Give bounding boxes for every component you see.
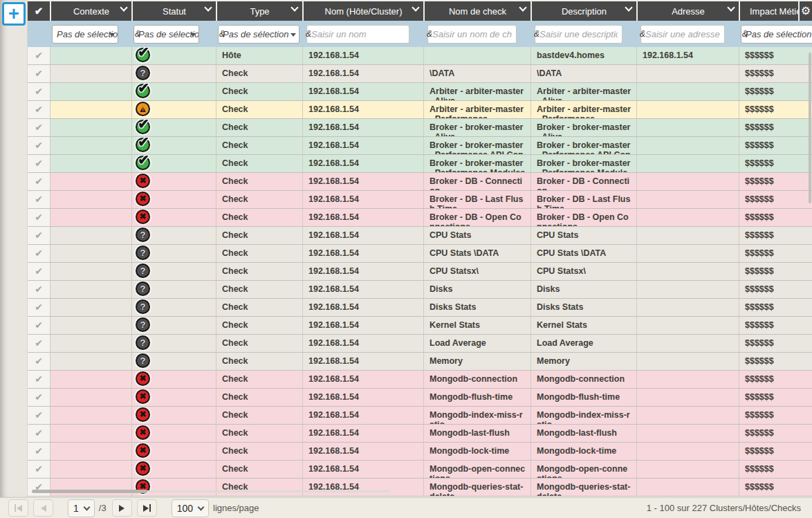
row-check-icon[interactable]: ✔: [35, 248, 43, 259]
next-page-button[interactable]: [112, 499, 132, 517]
row-select-cell: ✔: [28, 101, 50, 118]
settings-button[interactable]: ⚙: [798, 1, 812, 21]
table-row[interactable]: ✔ Check 192.168.1.54 Mongodb-lock-time M…: [28, 443, 812, 461]
table-row[interactable]: ✔ Check 192.168.1.54 Arbiter - arbiter-m…: [28, 83, 812, 101]
table-row[interactable]: ✔ Check 192.168.1.54 Broker - DB - Conne…: [28, 173, 812, 191]
adresse-cell: [636, 353, 739, 370]
nom-de-check-cell: Broker - broker-master - Performance API…: [423, 137, 530, 154]
row-check-icon[interactable]: ✔: [35, 320, 43, 331]
page-select[interactable]: 1: [68, 499, 95, 517]
row-check-icon[interactable]: ✔: [35, 266, 43, 277]
table-row[interactable]: ✔ Check 192.168.1.54 Mongodb-last-flush …: [28, 425, 812, 443]
statut-cell: [131, 425, 216, 442]
row-check-icon[interactable]: ✔: [35, 355, 43, 367]
table-row[interactable]: ✔ Check 192.168.1.54 Mongodb-queries-sta…: [28, 479, 812, 497]
impact-cell: $$$$$$: [739, 209, 812, 226]
row-check-icon[interactable]: ✔: [35, 68, 43, 79]
nom-cell: 192.168.1.54: [302, 389, 423, 406]
row-check-icon[interactable]: ✔: [35, 463, 43, 474]
column-header-nom[interactable]: Nom (Hôte/Cluster): [302, 1, 423, 21]
select-all-header[interactable]: ✔: [28, 1, 50, 21]
statut-filter-select[interactable]: Pas de sélection: [133, 25, 199, 44]
first-page-button[interactable]: [8, 499, 28, 517]
status-icon: [136, 335, 150, 350]
table-row[interactable]: ✔ Check 192.168.1.54 Disks Stats Disks S…: [28, 299, 812, 317]
column-header-nom-de-check[interactable]: Nom de check: [423, 1, 530, 21]
row-check-icon[interactable]: ✔: [35, 176, 43, 187]
and-separator: &: [427, 29, 432, 39]
table-row[interactable]: ✔ Check 192.168.1.54 Broker - DB - Last …: [28, 191, 812, 209]
last-page-button[interactable]: [137, 499, 157, 517]
adresse-filter-input[interactable]: [640, 25, 725, 44]
table-row[interactable]: ✔ Check 192.168.1.54 Mongodb-connection …: [28, 371, 812, 389]
nom-de-check-filter-input[interactable]: [427, 25, 517, 44]
row-select-cell: ✔: [28, 335, 50, 352]
add-button[interactable]: +: [2, 2, 26, 26]
table-row[interactable]: ✔ Check 192.168.1.54 Arbiter - arbiter-m…: [28, 101, 812, 119]
description-cell: Load Average: [530, 335, 636, 352]
nom-filter-input[interactable]: [306, 25, 409, 44]
table-row[interactable]: ✔ Check 192.168.1.54 Mongodb-open-connec…: [28, 461, 812, 479]
nom-cell: 192.168.1.54: [302, 137, 423, 154]
row-check-icon[interactable]: ✔: [35, 337, 43, 349]
row-check-icon[interactable]: ✔: [35, 409, 43, 420]
previous-page-button[interactable]: [33, 499, 53, 517]
row-check-icon[interactable]: ✔: [35, 284, 43, 295]
table-row[interactable]: ✔ Check 192.168.1.54 Memory Memory $$$$$…: [28, 353, 812, 371]
table-row[interactable]: ✔ Check 192.168.1.54 CPU Statsx\ CPU Sta…: [28, 263, 812, 281]
table-row[interactable]: ✔ Check 192.168.1.54 Mongodb-index-miss-…: [28, 407, 812, 425]
nom-de-check-cell: Load Average: [423, 335, 530, 352]
column-header-contexte[interactable]: Contexte: [50, 1, 131, 21]
row-check-icon[interactable]: ✔: [35, 445, 43, 456]
description-cell: Memory: [530, 353, 636, 370]
impact-filter-select[interactable]: Pas de sélection: [741, 25, 812, 44]
page-size-select[interactable]: 100: [172, 499, 209, 517]
row-check-icon[interactable]: ✔: [35, 212, 43, 223]
table-row[interactable]: ✔ Check 192.168.1.54 \DATA \DATA $$$$$$: [28, 65, 812, 83]
vertical-scrollbar[interactable]: [809, 53, 811, 203]
adresse-cell: [636, 155, 739, 172]
column-header-adresse[interactable]: Adresse: [636, 1, 739, 21]
impact-cell: $$$$$$: [739, 425, 812, 442]
table-row[interactable]: ✔ Hôte 192.168.1.54 bastdev4.homes 192.1…: [28, 47, 812, 65]
type-cell: Check: [216, 83, 302, 100]
adresse-cell: 192.168.1.54: [636, 47, 739, 64]
adresse-cell: [636, 371, 739, 388]
table-row[interactable]: ✔ Check 192.168.1.54 CPU Stats \DATA CPU…: [28, 245, 812, 263]
status-icon: [136, 317, 150, 332]
row-check-icon[interactable]: ✔: [35, 50, 43, 61]
row-check-icon[interactable]: ✔: [35, 391, 43, 403]
table-row[interactable]: ✔ Check 192.168.1.54 Kernel Stats Kernel…: [28, 317, 812, 335]
row-check-icon[interactable]: ✔: [35, 158, 43, 169]
type-filter-select[interactable]: Pas de sélection: [218, 25, 299, 44]
impact-cell: $$$$$$: [739, 299, 812, 316]
row-check-icon[interactable]: ✔: [35, 122, 43, 133]
chevron-right-icon: [119, 505, 124, 512]
table-row[interactable]: ✔ Check 192.168.1.54 Load Average Load A…: [28, 335, 812, 353]
row-check-icon[interactable]: ✔: [35, 230, 43, 241]
contexte-filter-select[interactable]: Pas de sélection: [52, 25, 118, 44]
table-row[interactable]: ✔ Check 192.168.1.54 Broker - DB - Open …: [28, 209, 812, 227]
horizontal-scrollbar[interactable]: [32, 490, 147, 493]
row-check-icon[interactable]: ✔: [35, 194, 43, 205]
table-row[interactable]: ✔ Check 192.168.1.54 Disks Disks $$$$$$: [28, 281, 812, 299]
row-check-icon[interactable]: ✔: [35, 427, 43, 438]
row-check-icon[interactable]: ✔: [35, 104, 43, 115]
table-row[interactable]: ✔ Check 192.168.1.54 CPU Stats CPU Stats…: [28, 227, 812, 245]
row-check-icon[interactable]: ✔: [35, 140, 43, 151]
column-header-description[interactable]: Description: [530, 1, 636, 21]
nom-de-check-cell: Mongodb-open-connections: [423, 461, 530, 478]
impact-cell: $$$$$$: [739, 317, 812, 334]
description-filter-input[interactable]: [535, 25, 622, 44]
caret-down-icon: [190, 33, 196, 37]
column-header-type[interactable]: Type: [216, 1, 302, 21]
table-row[interactable]: ✔ Check 192.168.1.54 Broker - broker-mas…: [28, 119, 812, 137]
row-check-icon[interactable]: ✔: [35, 373, 43, 385]
table-row[interactable]: ✔ Check 192.168.1.54 Broker - broker-mas…: [28, 155, 812, 173]
table-row[interactable]: ✔ Check 192.168.1.54 Broker - broker-mas…: [28, 137, 812, 155]
nom-de-check-cell: Disks Stats: [423, 299, 530, 316]
row-check-icon[interactable]: ✔: [35, 86, 43, 97]
row-check-icon[interactable]: ✔: [35, 302, 43, 313]
column-header-statut[interactable]: Statut: [131, 1, 216, 21]
table-row[interactable]: ✔ Check 192.168.1.54 Mongodb-flush-time …: [28, 389, 812, 407]
